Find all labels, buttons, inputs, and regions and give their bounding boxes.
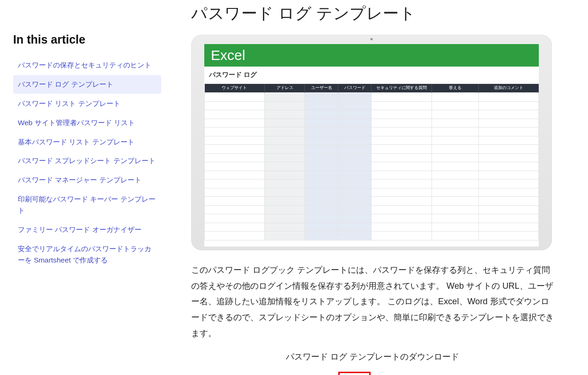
table-cell [372, 145, 432, 154]
table-cell [205, 205, 265, 214]
table-cell [432, 153, 478, 162]
table-cell [338, 136, 372, 145]
toc-item[interactable]: 印刷可能なパスワード キーパー テンプレート [13, 190, 161, 220]
download-label: パスワード ログ テンプレートのダウンロード [191, 351, 554, 362]
table-cell [478, 188, 538, 197]
table-cell [338, 128, 372, 136]
table-cell [478, 119, 538, 128]
table-cell [305, 93, 338, 102]
table-cell [478, 214, 538, 223]
sheet-table: ウェブサイトアドレスユーザー名パスワードセキュリティに関する質問答える追加のコメ… [204, 84, 539, 240]
download-excel-highlight: Excel [338, 372, 370, 375]
table-cell [432, 188, 478, 197]
toc-item[interactable]: パスワード スプレッドシート テンプレート [13, 151, 161, 170]
toc-nav: パスワードの保存とセキュリティのヒントパスワード ログ テンプレートパスワード … [13, 56, 161, 270]
table-cell [478, 171, 538, 180]
app-name: Excel [211, 47, 245, 63]
table-row [205, 197, 539, 206]
table-cell [265, 180, 305, 188]
column-header: 答える [432, 84, 478, 93]
column-header: ウェブサイト [205, 84, 265, 93]
table-cell [372, 136, 432, 145]
toc-item[interactable]: Web サイト管理者パスワード リスト [13, 113, 161, 132]
table-cell [305, 197, 338, 206]
table-cell [265, 145, 305, 154]
sidebar-title: In this article [13, 33, 161, 46]
table-cell [478, 93, 538, 102]
table-cell [432, 162, 478, 171]
table-cell [205, 171, 265, 180]
camera-icon [371, 38, 373, 40]
table-row [205, 153, 539, 162]
table-cell [372, 223, 432, 232]
table-cell [478, 136, 538, 145]
table-cell [338, 214, 372, 223]
table-cell [338, 188, 372, 197]
table-cell [205, 101, 265, 110]
table-cell [265, 119, 305, 128]
table-cell [432, 197, 478, 206]
table-cell [265, 171, 305, 180]
table-cell [338, 145, 372, 154]
table-cell [205, 145, 265, 154]
sheet-title: パスワード ログ [204, 67, 539, 84]
table-cell [305, 171, 338, 180]
table-row [205, 232, 539, 240]
toc-item[interactable]: 基本パスワード リスト テンプレート [13, 133, 161, 151]
table-cell [372, 93, 432, 102]
table-cell [265, 205, 305, 214]
table-cell [305, 223, 338, 232]
table-cell [338, 232, 372, 240]
column-header: 追加のコメント [478, 84, 538, 93]
table-cell [265, 162, 305, 171]
table-cell [338, 197, 372, 206]
table-cell [205, 136, 265, 145]
table-cell [205, 153, 265, 162]
table-row [205, 214, 539, 223]
table-cell [265, 197, 305, 206]
description: このパスワード ログブック テンプレートには、パスワードを保存する列と、セキュリ… [191, 262, 554, 341]
toc-item[interactable]: パスワード マネージャー テンプレート [13, 171, 161, 189]
table-cell [205, 188, 265, 197]
table-row [205, 180, 539, 188]
table-row [205, 101, 539, 110]
table-cell [205, 128, 265, 136]
table-cell [265, 232, 305, 240]
toc-item[interactable]: パスワードの保存とセキュリティのヒント [13, 56, 161, 75]
table-cell [338, 153, 372, 162]
tablet-screen: Excel パスワード ログ ウェブサイトアドレスユーザー名パスワードセキュリテ… [204, 44, 539, 247]
table-header-row: ウェブサイトアドレスユーザー名パスワードセキュリティに関する質問答える追加のコメ… [205, 84, 539, 93]
table-cell [478, 197, 538, 206]
table-body [205, 93, 539, 240]
table-cell [265, 93, 305, 102]
table-cell [205, 223, 265, 232]
table-cell [432, 128, 478, 136]
toc-item[interactable]: ファミリー パスワード オーガナイザー [13, 220, 161, 239]
column-header: アドレス [265, 84, 305, 93]
table-row [205, 171, 539, 180]
table-cell [305, 205, 338, 214]
table-cell [432, 232, 478, 240]
table-cell [432, 136, 478, 145]
table-cell [372, 232, 432, 240]
table-cell [432, 171, 478, 180]
table-cell [265, 223, 305, 232]
table-cell [305, 101, 338, 110]
table-cell [478, 205, 538, 214]
table-cell [338, 93, 372, 102]
table-row [205, 205, 539, 214]
table-row [205, 93, 539, 102]
table-cell [305, 136, 338, 145]
toc-item[interactable]: パスワード リスト テンプレート [13, 94, 161, 113]
table-cell [305, 162, 338, 171]
table-cell [372, 162, 432, 171]
table-row [205, 162, 539, 171]
table-cell [432, 205, 478, 214]
table-row [205, 128, 539, 136]
toc-item[interactable]: パスワード ログ テンプレート [13, 75, 161, 94]
toc-item[interactable]: 安全でリアルタイムのパスワードトラッカーを Smartsheet で作成する [13, 240, 161, 270]
table-cell [432, 223, 478, 232]
table-cell [205, 162, 265, 171]
table-cell [432, 93, 478, 102]
table-cell [478, 232, 538, 240]
